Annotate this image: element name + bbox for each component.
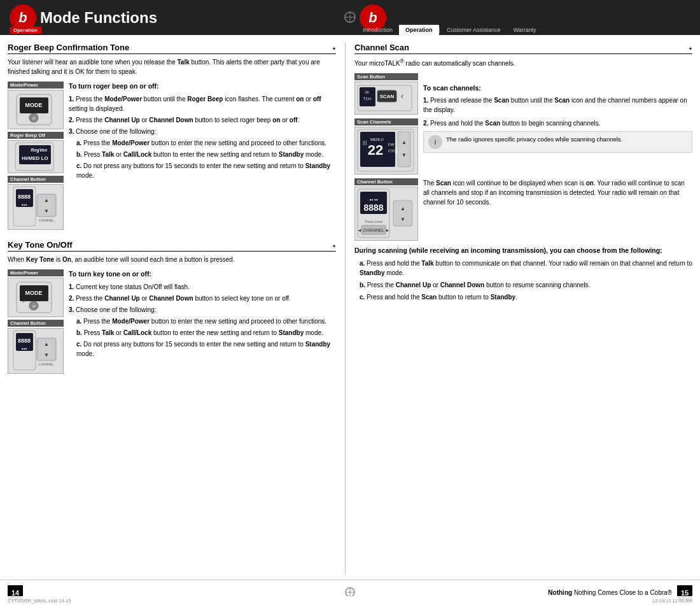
svg-text:Rog: Rog	[31, 148, 39, 153]
tab-warranty[interactable]: Warranty	[507, 25, 542, 35]
svg-text:Power Level: Power Level	[365, 220, 382, 224]
roger-beep-description: Your listener will hear an audible tone …	[8, 57, 336, 76]
svg-text:▲: ▲	[44, 197, 49, 203]
page-title: Mode Functions	[40, 9, 157, 27]
during-scanning-section: During scanning (while receiving an inco…	[354, 246, 692, 302]
key-step-2: 2. Press the Channel Up or Channel Down …	[69, 294, 336, 303]
bottom-crosshair-icon	[344, 587, 356, 599]
channel-button-row: Channel Button ●● ●● 8888 Power Level	[354, 178, 692, 241]
svg-text:●●●: ●●●	[21, 346, 27, 350]
footer-right: Nothing Nothing Comes Close to a Cobra® …	[350, 585, 700, 601]
footer-left: 14	[0, 585, 350, 601]
scan-info-text: The radio ignores specific privacy codes…	[446, 135, 622, 143]
svg-text:‹: ‹	[401, 92, 403, 101]
scan-instruction-title: To scan channels:	[423, 83, 692, 94]
mode-power-image-box: Mode/Power MODE ⟳	[8, 82, 64, 129]
header-left: b Mode Functions Operation	[0, 0, 350, 35]
roger-beep-instruction-title: To turn roger beep on or off:	[69, 82, 336, 92]
svg-text:●● ●●: ●● ●●	[369, 197, 377, 201]
svg-text:▲: ▲	[44, 341, 49, 347]
svg-text:⟳: ⟳	[32, 117, 36, 120]
sub-step-b1: b. Press Talk or Call/Lock button to ent…	[76, 150, 336, 159]
svg-text:SCAN: SCAN	[379, 94, 394, 99]
scan-channels-image-box: Scan Channels ||| MED LO 22	[354, 118, 418, 174]
during-sub-step-b: b. Press the Channel Up or Channel Down …	[360, 280, 692, 290]
tab-operation[interactable]: Operation	[399, 25, 439, 35]
roger-beep-instruction-block: Mode/Power MODE ⟳	[8, 82, 336, 230]
key-tone-images: Mode/Power MODE ⟳ ↗	[8, 269, 64, 374]
svg-text:⟳: ⟳	[32, 304, 36, 308]
header: b Mode Functions Operation b Introductio…	[0, 0, 700, 35]
info-circle-icon: i	[428, 135, 442, 149]
svg-text:MODE: MODE	[25, 290, 43, 296]
roger-beep-off-label: Roger Beep Off	[8, 132, 64, 139]
svg-text:●●●: ●●●	[21, 203, 27, 206]
channel-button-label-1: Channel Button	[8, 176, 64, 183]
tab-customer-assistance[interactable]: Customer Assistance	[440, 25, 507, 35]
svg-text:◄ CHANNEL ►: ◄ CHANNEL ►	[357, 228, 389, 232]
during-sub-step-c: c. Press and hold the Scan button to ret…	[360, 292, 692, 302]
page-num-left: 14	[8, 585, 23, 601]
svg-text:8888: 8888	[18, 194, 31, 200]
scan-step-2: 2. Press and hold the Scan button to beg…	[423, 118, 692, 128]
svg-text:MODE: MODE	[25, 102, 43, 108]
scan-channels-label: Scan Channels	[354, 118, 418, 125]
key-tone-section: Key Tone On/Off ✦ When Key Tone is On, a…	[8, 240, 336, 374]
step-2: 2. Press the Channel Up or Channel Down …	[69, 115, 336, 125]
svg-text:▲: ▲	[400, 206, 405, 211]
svg-text:FW: FW	[388, 143, 395, 146]
key-sub-step-b: b. Press Talk or Call/Lock button to ent…	[76, 328, 336, 338]
svg-text:MED: MED	[370, 138, 379, 141]
footer: 14 Nothing Nothing Comes Close to a Cobr…	[0, 580, 700, 605]
scan-button-image-box: Scan Button RI TCH SCAN	[354, 73, 418, 115]
scan-step-2-and-info: 2. Press and hold the Scan button to beg…	[423, 118, 692, 174]
header-right: b Introduction Operation | Customer Assi…	[350, 0, 700, 35]
scan-info-box: i The radio ignores specific privacy cod…	[423, 131, 692, 153]
key-tone-instruction-title: To turn key tone on or off:	[69, 269, 336, 280]
scan-button-device: RI TCH SCAN ‹	[354, 82, 418, 115]
main-content: Roger Beep Confirmation Tone ✦ Your list…	[0, 35, 700, 580]
svg-rect-61	[393, 201, 412, 226]
key-mode-power-label: Mode/Power	[8, 269, 64, 276]
svg-text:▼: ▼	[44, 208, 49, 214]
key-channel-button-device: 8888 ●●● ▲ ▼ CHANNEL	[8, 328, 64, 374]
channel-button-image-box-1: Channel Button 8888 ●●● ▲ ▼	[8, 176, 64, 230]
roger-beep-off-device: Rog Vex HI/MED LO	[8, 140, 64, 173]
step-1: 1. Press the Mode/Power button until the…	[69, 94, 336, 113]
tab-introduction[interactable]: Introduction	[356, 25, 399, 35]
key-step-3: 3. Choose one of the following:	[69, 305, 336, 315]
scan-step-1: 1. Press and release the Scan button unt…	[423, 96, 692, 115]
channel-scan-section: Channel Scan ✦ Your microTALK® radio can…	[354, 43, 692, 302]
mode-power-device: MODE ⟳	[8, 90, 64, 129]
svg-text:LO: LO	[379, 138, 384, 141]
svg-text:8888: 8888	[18, 338, 31, 344]
svg-rect-51	[398, 132, 410, 167]
key-sub-step-a: a. Press the Mode/Power button to enter …	[76, 317, 336, 326]
section-star-icon: ✦	[332, 46, 336, 52]
svg-text:▼: ▼	[44, 352, 49, 358]
roger-beep-title: Roger Beep Confirmation Tone ✦	[8, 43, 336, 54]
scan-button-label: Scan Button	[354, 73, 418, 80]
key-tone-title: Key Tone On/Off ✦	[8, 240, 336, 252]
svg-text:RI: RI	[365, 90, 369, 94]
svg-text:|||: |||	[363, 139, 367, 145]
section-star-icon-2: ✦	[332, 244, 336, 249]
sub-step-a1: a. Press the Mode/Power button to enter …	[76, 138, 336, 148]
roger-beep-off-image-box: Roger Beep Off Rog Vex HI/MED LO	[8, 132, 64, 173]
mode-power-label: Mode/Power	[8, 82, 64, 89]
scan-step-1-text: To scan channels: 1. Press and release t…	[423, 73, 692, 115]
channel-button-scan-image-box: Channel Button ●● ●● 8888 Power Level	[354, 178, 418, 241]
during-sub-step-a: a. Press and hold the Talk button to com…	[360, 259, 692, 278]
step-3: 3. Choose one of the following:	[69, 127, 336, 136]
svg-text:▼: ▼	[400, 217, 405, 222]
key-sub-step-c: c. Do not press any buttons for 15 secon…	[76, 339, 336, 359]
key-channel-button-image-box: Channel Button 8888 ●●● ▲ ▼ CHANNEL	[8, 320, 64, 374]
svg-text:↗: ↗	[22, 299, 26, 304]
scan-continued-text: The Scan icon will continue to be displa…	[423, 178, 692, 241]
during-scanning-title: During scanning (while receiving an inco…	[354, 246, 692, 255]
key-tone-instruction-block: Mode/Power MODE ⟳ ↗	[8, 269, 336, 374]
key-tone-instructions: To turn key tone on or off: 1. Current k…	[69, 269, 336, 374]
nothing-bold: Nothing	[548, 589, 572, 596]
scan-channels-device: ||| MED LO 22 FW CTC 8	[354, 127, 418, 174]
roger-beep-images: Mode/Power MODE ⟳	[8, 82, 64, 230]
